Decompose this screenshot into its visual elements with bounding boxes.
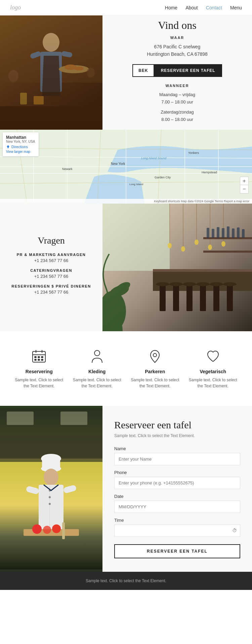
svg-rect-50 (213, 284, 219, 311)
pr-label: PR & MARKETING AANVRAGEN (17, 253, 86, 257)
address-line1: 676 Pacific C snelweg (154, 44, 201, 49)
vragen-left: Vragen PR & MARKETING AANVRAGEN +1 234 5… (0, 204, 102, 331)
reserveer-tafel-button[interactable]: RESERVEER EEN TAFEL (114, 544, 240, 558)
svg-text:Hempstead: Hempstead (202, 171, 217, 174)
svg-point-3 (43, 33, 59, 52)
zoom-out-button[interactable]: − (240, 185, 248, 193)
reserveer-tafel-button-hero[interactable]: RESERVEER EEN TAFEL (154, 64, 222, 77)
svg-rect-69 (222, 228, 224, 238)
svg-text:New York: New York (111, 162, 125, 166)
find-us-title: Vind ons (158, 19, 197, 32)
catering-phone: +1 234 567 77 66 (30, 274, 72, 279)
phone-form-group: Phone (114, 470, 240, 489)
feature-vegetarisch: Vegetarisch Sample text. Click to select… (186, 348, 240, 389)
svg-rect-2 (0, 15, 102, 83)
when-label: WANNEER (165, 84, 189, 88)
svg-point-90 (94, 350, 100, 356)
address-line2: Huntington Beach, CA 67898 (147, 51, 208, 57)
svg-rect-11 (20, 93, 27, 104)
nav-links: Home About Contact Menu (165, 5, 242, 10)
bekijk-button[interactable]: BEK (132, 64, 154, 77)
svg-rect-52 (227, 284, 233, 311)
svg-rect-71 (232, 228, 235, 238)
reserveringen-phone: +1 234 567 77 66 (11, 290, 91, 295)
nav-contact[interactable]: Contact (206, 5, 222, 10)
svg-point-100 (44, 469, 58, 485)
reserveer-form: Reserveer een tafel Sample text. Click t… (102, 406, 252, 572)
hero-image (0, 15, 102, 130)
calendar-icon (31, 348, 47, 365)
person-icon (89, 348, 106, 365)
svg-point-43 (156, 282, 169, 286)
feature-reservering: Reservering Sample text. Click to select… (12, 348, 66, 389)
btn-group: BEK RESERVEER EEN TAFEL (132, 64, 222, 77)
name-input[interactable] (114, 453, 240, 465)
view-larger-map[interactable]: View larger map (6, 150, 35, 154)
svg-rect-48 (200, 284, 206, 311)
svg-rect-86 (41, 356, 43, 358)
time-input[interactable]: 11:06 AM (114, 524, 240, 537)
svg-rect-88 (38, 359, 40, 360)
svg-rect-15 (0, 15, 102, 130)
weekend-hours: 8.00 – 18.00 uur (161, 117, 193, 122)
svg-rect-72 (237, 227, 240, 238)
vegetarisch-text: Sample text. Click to select the Text El… (186, 377, 240, 389)
svg-rect-44 (173, 284, 179, 311)
kleding-title: Kleding (70, 369, 124, 374)
vragen-title: Vragen (38, 235, 65, 246)
svg-rect-68 (217, 227, 219, 238)
svg-point-59 (168, 243, 172, 248)
hero-section: Vind ons WAAR 676 Pacific C snelweg Hunt… (0, 15, 252, 130)
svg-rect-0 (0, 15, 102, 130)
svg-rect-112 (62, 522, 65, 539)
nav-home[interactable]: Home (165, 5, 177, 10)
vragen-image (102, 204, 252, 331)
svg-point-7 (59, 65, 89, 73)
svg-point-61 (195, 240, 199, 245)
footer-text: Sample text. Click to select the Text El… (10, 578, 242, 583)
map-place-name: Manhattan (6, 135, 35, 140)
map-zoom-controls: + − (240, 177, 249, 194)
svg-rect-4 (40, 52, 62, 92)
nav-about[interactable]: About (185, 5, 198, 10)
map-place-sub: New York, NY, USA (6, 140, 35, 143)
name-label: Name (114, 446, 240, 451)
svg-rect-70 (227, 226, 229, 238)
svg-rect-5 (30, 51, 41, 59)
logo: logo (10, 4, 21, 11)
svg-rect-1 (0, 15, 102, 130)
svg-point-8 (65, 65, 77, 70)
parkeren-title: Parkeren (128, 369, 182, 374)
svg-rect-39 (102, 204, 170, 271)
reserveer-section: Reserveer een tafel Sample text. Click t… (0, 406, 252, 572)
restaurant-interior-photo (102, 204, 252, 331)
feature-kleding: Kleding Sample text. Click to select the… (70, 348, 124, 389)
svg-text:Yonkers: Yonkers (188, 151, 199, 155)
weekday-label: Maandag – vrijdag (159, 92, 195, 97)
svg-point-13 (8, 70, 18, 82)
vragen-section: Vragen PR & MARKETING AANVRAGEN +1 234 5… (0, 204, 252, 331)
zoom-in-button[interactable]: + (240, 177, 248, 185)
clock-icon: ⏱ (232, 528, 237, 533)
svg-rect-6 (61, 51, 73, 57)
svg-point-109 (32, 524, 42, 534)
time-form-group: Time 11:06 AM ⏱ (114, 518, 240, 537)
svg-rect-66 (207, 228, 209, 238)
phone-input[interactable] (114, 477, 240, 489)
svg-rect-94 (7, 412, 34, 425)
directions-link[interactable]: Directions (6, 145, 35, 149)
footer: Sample text. Click to select the Text El… (0, 572, 252, 590)
weekend-label: Zaterdag/zondag (161, 110, 194, 115)
svg-rect-85 (38, 356, 40, 358)
kleding-text: Sample text. Click to select the Text El… (70, 377, 124, 389)
svg-point-62 (208, 245, 212, 250)
pr-contact-block: PR & MARKETING AANVRAGEN +1 234 567 77 6… (17, 253, 86, 263)
svg-point-49 (196, 282, 210, 286)
svg-text:Newark: Newark (62, 167, 73, 171)
map-overlay: Manhattan New York, NY, USA Directions V… (3, 132, 39, 156)
pr-phone: +1 234 567 77 66 (17, 258, 86, 263)
date-input[interactable] (114, 501, 240, 513)
svg-rect-10 (0, 106, 102, 130)
nav-menu[interactable]: Menu (230, 5, 242, 10)
reserveringen-label: RESERVERINGEN $ PRIVÉ DINEREN (11, 284, 91, 288)
